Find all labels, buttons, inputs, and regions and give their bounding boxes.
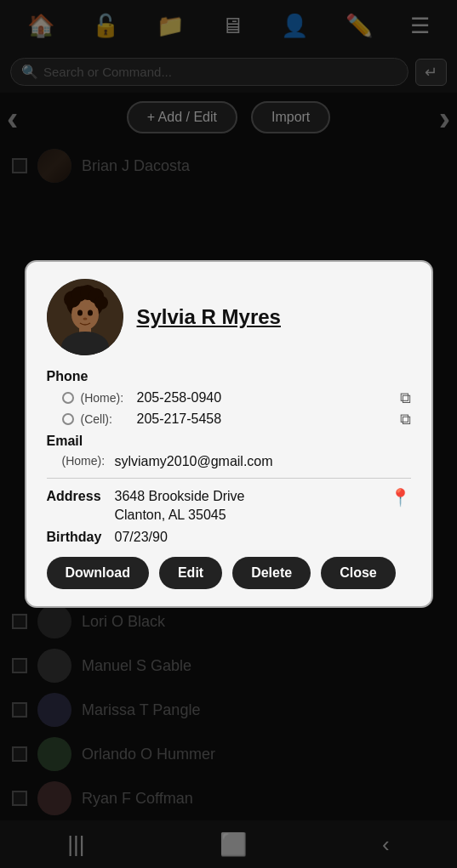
modal-header: Sylvia R Myres	[47, 279, 411, 355]
copy-icon[interactable]: ⧉	[400, 389, 411, 407]
delete-button[interactable]: Delete	[232, 557, 311, 589]
copy-icon-2[interactable]: ⧉	[400, 411, 411, 428]
phone-cell-row: (Cell): 205-217-5458 ⧉	[47, 411, 411, 428]
birthday-value: 07/23/90	[115, 530, 411, 545]
phone-label: Phone	[47, 369, 115, 384]
address-line2: Clanton, AL 35045	[115, 506, 383, 525]
contact-full-name: Sylvia R Myres	[137, 305, 281, 329]
modal-overlay: Sylvia R Myres Phone (Home): 205-258-094…	[0, 0, 457, 868]
phone-label-row: Phone	[47, 369, 411, 384]
phone-home-row: (Home): 205-258-0940 ⧉	[47, 389, 411, 407]
phone-home-value: 205-258-0940	[137, 390, 395, 406]
address-section: Address 3648 Brookside Drive Clanton, AL…	[47, 487, 411, 525]
birthday-section: Birthday 07/23/90	[47, 530, 411, 545]
email-label: Email	[47, 434, 115, 449]
email-section: Email (Home): sylviamy2010@gmail.com	[47, 434, 411, 469]
address-row: Address 3648 Brookside Drive Clanton, AL…	[47, 487, 411, 525]
email-row: Email	[47, 434, 411, 449]
birthday-label: Birthday	[47, 530, 115, 545]
close-button[interactable]: Close	[321, 557, 396, 589]
phone-section: Phone (Home): 205-258-0940 ⧉ (Cell): 205…	[47, 369, 411, 428]
address-label: Address	[47, 487, 115, 504]
section-divider	[47, 478, 411, 479]
svg-point-10	[77, 309, 83, 315]
contact-detail-modal: Sylvia R Myres Phone (Home): 205-258-094…	[25, 260, 433, 609]
birthday-row: Birthday 07/23/90	[47, 530, 411, 545]
email-home-row: (Home): sylviamy2010@gmail.com	[47, 454, 411, 469]
email-home-label: (Home):	[47, 454, 115, 468]
modal-action-buttons: Download Edit Delete Close	[47, 557, 411, 589]
address-value-block: 3648 Brookside Drive Clanton, AL 35045	[115, 487, 383, 525]
phone-home-radio[interactable]	[62, 392, 74, 404]
phone-cell-value: 205-217-5458	[137, 411, 395, 427]
svg-point-11	[88, 309, 93, 315]
download-button[interactable]: Download	[47, 557, 149, 589]
address-line1: 3648 Brookside Drive	[115, 487, 383, 506]
email-value: sylviamy2010@gmail.com	[115, 454, 411, 469]
svg-point-7	[94, 296, 108, 309]
phone-home-label: (Home):	[77, 391, 137, 405]
phone-cell-radio[interactable]	[62, 413, 74, 425]
svg-point-12	[83, 317, 87, 320]
avatar	[47, 279, 123, 355]
edit-button[interactable]: Edit	[159, 557, 222, 589]
map-pin-icon[interactable]: 📍	[390, 487, 411, 508]
phone-cell-label: (Cell):	[77, 412, 137, 426]
